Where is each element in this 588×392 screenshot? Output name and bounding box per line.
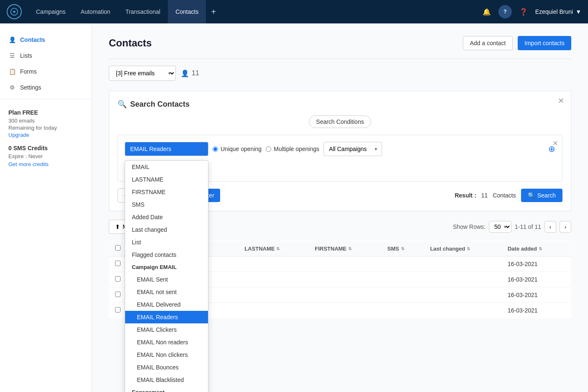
add-contact-button[interactable]: Add a contact [463, 36, 513, 50]
dropdown-item-email-non-readers[interactable]: EMAIL Non readers [125, 336, 208, 348]
sidebar-lists-label: Lists [20, 52, 32, 59]
row-lastname [239, 256, 309, 272]
row-lastchanged [424, 287, 502, 303]
row-checkbox-cell [109, 303, 127, 318]
dropdown-group-campaign-email: Campaign EMAIL [125, 261, 208, 273]
filter-icon: ⬆ [115, 223, 120, 230]
sidebar: 👤 Contacts ☰ Lists 📋 Forms ⚙ Settings Pl… [0, 23, 92, 392]
multiple-openings-label[interactable]: Multiple openings [266, 146, 319, 152]
dropdown-item-email-bounces[interactable]: EMAIL Bounces [125, 361, 208, 374]
gear-icon: ⚙ [8, 84, 16, 91]
dropdown-item-email-not-sent[interactable]: EMAIL not sent [125, 286, 208, 298]
search-section-title: 🔍 Search Contacts [118, 100, 562, 109]
person-count-icon: 👤 [181, 69, 189, 77]
get-credits-link[interactable]: Get more credits [8, 161, 83, 167]
nav-campaigns[interactable]: Campaigns [28, 0, 73, 23]
sidebar-item-settings[interactable]: ⚙ Settings [0, 79, 92, 95]
sidebar-item-lists[interactable]: ☰ Lists [0, 48, 92, 64]
conditions-badge: Search Conditions [309, 115, 371, 128]
search-section: ✕ 🔍 Search Contacts Search Conditions ✕ [109, 91, 571, 211]
header-divider [109, 59, 571, 59]
th-lastchanged: Last changed ⇅ [424, 241, 502, 256]
filter-controls: EMAIL Readers EMAIL LASTNAME FIRSTNAME S… [125, 142, 555, 156]
firstname-sort-icon: ⇅ [348, 246, 352, 251]
filter-row: ✕ EMAIL Readers EMAIL LASTNAME [118, 135, 562, 182]
search-button[interactable]: 🔍 Search [521, 189, 562, 202]
th-checkbox [109, 241, 127, 256]
sidebar-item-contacts[interactable]: 👤 Contacts [0, 32, 92, 48]
chevron-down-icon: ▼ [575, 8, 581, 15]
th-firstname-sort[interactable]: FIRSTNAME ⇅ [315, 246, 352, 252]
dropdown-item-email-non-clickers[interactable]: EMAIL Non clickers [125, 348, 208, 361]
contact-count-value: 11 [192, 69, 199, 77]
rows-select[interactable]: 50 [489, 221, 511, 233]
row-lastname [239, 303, 309, 318]
user-name: Ezequiel Bruni [535, 8, 573, 15]
dropdown-item-email-delivered[interactable]: EMAIL Delivered [125, 298, 208, 311]
th-dateadded-sort[interactable]: Date added ⇅ [508, 246, 542, 252]
unique-opening-radio[interactable] [213, 146, 218, 152]
list-select[interactable]: [3] Free emails [1] List 1 [2] List 2 [109, 66, 176, 81]
nav-transactional[interactable]: Transactional [118, 0, 168, 23]
row-lastname [239, 287, 309, 303]
nav-contacts[interactable]: Contacts [168, 0, 206, 23]
show-rows-label: Show Rows: [453, 223, 485, 230]
row-checkbox[interactable] [115, 276, 121, 282]
dropdown-item-email-clickers[interactable]: EMAIL Clickers [125, 323, 208, 336]
plan-name: Plan FREE [8, 109, 83, 116]
row-dateadded: 16-03-2021 [502, 256, 571, 272]
list-select-wrapper: [3] Free emails [1] List 1 [2] List 2 [109, 66, 176, 81]
row-checkbox[interactable] [115, 307, 121, 313]
dropdown-item-added-date[interactable]: Added Date [125, 211, 208, 223]
search-section-close[interactable]: ✕ [558, 96, 564, 105]
result-count: 11 [481, 192, 488, 199]
dropdown-item-email-readers[interactable]: EMAIL Readers [125, 311, 208, 323]
header-actions: Add a contact Import contacts [463, 36, 571, 50]
campaign-select[interactable]: All Campaigns [324, 142, 382, 156]
th-lastname-sort[interactable]: LASTNAME ⇅ [244, 246, 280, 252]
user-menu[interactable]: Ezequiel Bruni ▼ [535, 8, 581, 15]
nav-items: Campaigns Automation Transactional Conta… [28, 0, 480, 23]
row-firstname [309, 272, 381, 287]
dropdown-item-email-sent[interactable]: EMAIL Sent [125, 273, 208, 286]
nav-add[interactable]: + [206, 0, 221, 23]
sms-sort-icon: ⇅ [401, 246, 404, 251]
sidebar-item-forms[interactable]: 📋 Forms [0, 64, 92, 79]
show-rows: Show Rows: 50 1-11 of 11 ‹ › [453, 221, 571, 233]
dropdown-item-flagged[interactable]: Flagged contacts [125, 249, 208, 261]
help-icon[interactable]: ❓ [517, 5, 530, 18]
filter-row-close[interactable]: ✕ [552, 139, 558, 147]
unique-opening-label[interactable]: Unique opening [213, 146, 262, 152]
row-dateadded: 16-03-2021 [502, 287, 571, 303]
select-all-checkbox[interactable] [115, 245, 121, 251]
conditions-container: Search Conditions [118, 115, 562, 128]
th-lastchanged-sort[interactable]: Last changed ⇅ [430, 246, 470, 252]
nav-automation[interactable]: Automation [73, 0, 118, 23]
row-lastchanged [424, 303, 502, 318]
row-firstname [309, 256, 381, 272]
upgrade-link[interactable]: Upgrade [8, 132, 29, 138]
multiple-openings-radio[interactable] [266, 146, 271, 152]
next-page-button[interactable]: › [560, 221, 571, 233]
row-checkbox[interactable] [115, 261, 121, 266]
dropdown-item-list[interactable]: List [125, 236, 208, 249]
row-firstname [309, 303, 381, 318]
notifications-icon[interactable]: 🔔 [480, 5, 493, 18]
filter-type-select[interactable]: EMAIL Readers [125, 142, 208, 156]
dropdown-item-last-changed[interactable]: Last changed [125, 223, 208, 236]
sidebar-plan: Plan FREE 300 emails Remaining for today… [0, 102, 92, 174]
dropdown-item-sms[interactable]: SMS [125, 198, 208, 211]
dropdown-item-email[interactable]: EMAIL [125, 161, 208, 173]
dropdown-item-email-blacklisted[interactable]: EMAIL Blacklisted [125, 374, 208, 386]
row-checkbox[interactable] [115, 292, 121, 297]
th-sms-sort[interactable]: SMS ⇅ [388, 246, 404, 252]
dropdown-item-firstname[interactable]: FIRSTNAME [125, 186, 208, 198]
prev-page-button[interactable]: ‹ [544, 221, 556, 233]
layout: 👤 Contacts ☰ Lists 📋 Forms ⚙ Settings Pl… [0, 23, 588, 392]
search-icon: 🔍 [118, 100, 127, 109]
import-contacts-button[interactable]: Import contacts [518, 36, 571, 50]
dropdown-group-engagement: Engagement [125, 386, 208, 392]
search-btn-icon: 🔍 [528, 192, 535, 199]
badge-icon[interactable]: ? [498, 5, 512, 18]
dropdown-item-lastname[interactable]: LASTNAME [125, 173, 208, 186]
